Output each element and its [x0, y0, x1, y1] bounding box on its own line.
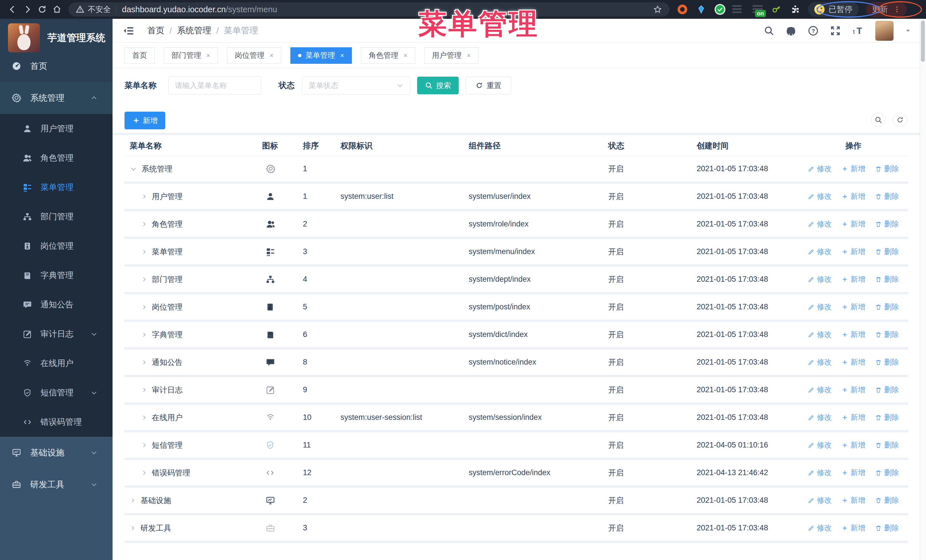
row-expand-chevron-right-icon[interactable] [141, 221, 147, 227]
row-action-删除[interactable]: 删除 [875, 302, 899, 312]
sidebar-item-菜单管理[interactable]: 菜单管理 [0, 173, 112, 202]
row-action-修改[interactable]: 修改 [808, 192, 832, 201]
tab-close-icon[interactable]: × [340, 51, 344, 60]
sidebar-item-基础设施[interactable]: 基础设施 [0, 437, 112, 469]
sidebar-item-短信管理[interactable]: 短信管理 [0, 378, 112, 408]
row-action-新增[interactable]: 新增 [841, 495, 865, 505]
row-action-删除[interactable]: 删除 [875, 523, 899, 533]
row-action-删除[interactable]: 删除 [875, 440, 899, 450]
tab-菜单管理[interactable]: 菜单管理× [291, 47, 352, 64]
scrollbar-thumb[interactable] [921, 21, 925, 62]
row-action-修改[interactable]: 修改 [808, 329, 832, 340]
row-action-修改[interactable]: 修改 [808, 274, 832, 284]
github-icon[interactable] [785, 25, 797, 36]
row-expand-chevron-right-icon[interactable] [130, 525, 136, 531]
tab-用户管理[interactable]: 用户管理× [424, 47, 478, 64]
sidebar-item-在线用户[interactable]: 在线用户 [0, 349, 112, 378]
add-button[interactable]: 新增 [124, 112, 165, 129]
tab-close-icon[interactable]: × [404, 51, 407, 60]
address-bar[interactable]: 不安全 dashboard.yudao.iocoder.cn /system/m… [68, 2, 670, 17]
tab-close-icon[interactable]: × [467, 51, 471, 60]
row-expand-chevron-right-icon[interactable] [141, 332, 147, 338]
row-action-新增[interactable]: 新增 [841, 302, 865, 312]
row-expand-chevron-right-icon[interactable] [141, 359, 147, 365]
sidebar-item-字典管理[interactable]: 字典管理 [0, 261, 112, 290]
refresh-table-button[interactable] [893, 113, 907, 127]
extension-key-icon[interactable] [770, 3, 783, 16]
extension-proxy-icon[interactable]: on [751, 3, 764, 16]
row-action-新增[interactable]: 新增 [841, 192, 865, 201]
sidebar-item-错误码管理[interactable]: 错误码管理 [0, 408, 112, 437]
row-expand-chevron-right-icon[interactable] [141, 470, 147, 476]
font-size-icon[interactable]: tT [852, 24, 864, 37]
row-action-新增[interactable]: 新增 [841, 164, 865, 174]
row-action-删除[interactable]: 删除 [875, 329, 899, 340]
row-action-修改[interactable]: 修改 [808, 247, 832, 257]
row-action-修改[interactable]: 修改 [808, 164, 832, 174]
extension-tiles-icon[interactable] [732, 3, 745, 16]
row-action-新增[interactable]: 新增 [841, 274, 865, 284]
menu-name-input[interactable] [168, 76, 261, 95]
sidebar-item-审计日志[interactable]: 审计日志 [0, 319, 112, 349]
row-action-新增[interactable]: 新增 [841, 385, 865, 395]
extension-orange-donut-icon[interactable] [676, 3, 689, 16]
sidebar-item-角色管理[interactable]: 角色管理 [0, 143, 112, 173]
row-action-修改[interactable]: 修改 [808, 385, 832, 395]
sidebar-item-研发工具[interactable]: 研发工具 [0, 469, 112, 500]
menu-status-select[interactable]: 菜单状态 [302, 76, 410, 95]
tab-close-icon[interactable]: × [269, 51, 274, 60]
row-action-修改[interactable]: 修改 [808, 523, 832, 533]
sidebar-fold-button[interactable] [123, 25, 135, 37]
row-action-修改[interactable]: 修改 [808, 468, 832, 478]
row-action-新增[interactable]: 新增 [841, 468, 865, 478]
browser-home-button[interactable] [50, 2, 64, 17]
row-action-新增[interactable]: 新增 [841, 247, 865, 257]
row-action-修改[interactable]: 修改 [808, 440, 832, 450]
row-action-删除[interactable]: 删除 [875, 385, 899, 395]
row-action-修改[interactable]: 修改 [808, 302, 832, 312]
row-action-删除[interactable]: 删除 [875, 357, 899, 367]
row-action-修改[interactable]: 修改 [808, 219, 832, 229]
header-search-icon[interactable] [764, 25, 775, 36]
extension-blue-gem-icon[interactable] [694, 3, 708, 16]
sidebar-item-系统管理[interactable]: 系统管理 [0, 82, 112, 114]
tab-角色管理[interactable]: 角色管理× [361, 47, 415, 64]
avatar-dropdown-caret-icon[interactable] [904, 27, 912, 35]
row-action-新增[interactable]: 新增 [841, 523, 865, 533]
sidebar-item-部门管理[interactable]: 部门管理 [0, 202, 112, 231]
row-action-删除[interactable]: 删除 [875, 495, 899, 505]
row-expand-chevron-down-icon[interactable] [130, 165, 137, 173]
row-action-修改[interactable]: 修改 [808, 412, 832, 423]
browser-forward-button[interactable] [20, 2, 35, 17]
row-expand-chevron-right-icon[interactable] [141, 304, 147, 310]
row-action-新增[interactable]: 新增 [841, 219, 865, 229]
row-action-修改[interactable]: 修改 [808, 357, 832, 367]
help-icon[interactable]: ? [808, 25, 819, 36]
tab-close-icon[interactable]: × [206, 51, 210, 60]
row-action-新增[interactable]: 新增 [841, 329, 865, 340]
row-action-新增[interactable]: 新增 [841, 440, 865, 450]
row-action-删除[interactable]: 删除 [875, 274, 899, 284]
row-action-删除[interactable]: 删除 [875, 164, 899, 174]
user-avatar[interactable] [875, 21, 894, 41]
breadcrumb-item[interactable]: 首页 [147, 25, 164, 36]
sidebar-item-首页[interactable]: 首页 [0, 50, 112, 82]
row-action-删除[interactable]: 删除 [875, 468, 899, 478]
row-expand-chevron-right-icon[interactable] [141, 193, 147, 200]
row-expand-chevron-right-icon[interactable] [141, 249, 147, 255]
sidebar-logo-row[interactable]: 芋道管理系统 [0, 22, 112, 54]
reset-button[interactable]: 重置 [466, 77, 511, 94]
row-action-删除[interactable]: 删除 [875, 192, 899, 201]
row-action-修改[interactable]: 修改 [808, 495, 832, 505]
row-action-新增[interactable]: 新增 [841, 357, 865, 367]
row-action-删除[interactable]: 删除 [875, 412, 899, 423]
tab-首页[interactable]: 首页 [124, 47, 155, 64]
row-action-删除[interactable]: 删除 [875, 219, 899, 229]
search-button[interactable]: 搜索 [417, 77, 459, 94]
row-expand-chevron-right-icon[interactable] [141, 276, 147, 282]
sidebar-item-通知公告[interactable]: 通知公告 [0, 290, 112, 319]
toggle-search-button[interactable] [871, 113, 885, 127]
row-action-删除[interactable]: 删除 [875, 247, 899, 257]
breadcrumb-item[interactable]: 系统管理 [177, 25, 211, 36]
bookmark-star-icon[interactable] [653, 5, 662, 14]
